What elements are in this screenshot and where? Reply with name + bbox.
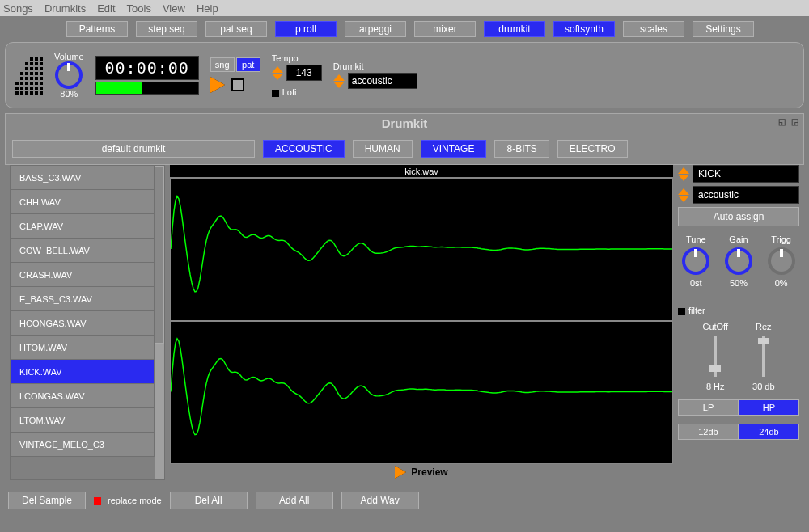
waveform-display[interactable] (170, 178, 673, 464)
knob-value: 0st (690, 278, 702, 288)
menu-view[interactable]: View (163, 2, 185, 15)
knob-label: Trigg (771, 234, 791, 244)
sample-item[interactable]: BASS_C3.WAV (11, 166, 155, 190)
time-block: 00:00:00 (95, 56, 199, 95)
menu-help[interactable]: Help (197, 2, 218, 15)
replace-mode-checkbox[interactable]: replace mode (94, 496, 162, 505)
stop-icon[interactable] (231, 78, 244, 91)
tempo-group: Tempo 143 Lofi (272, 53, 322, 97)
menu-tools[interactable]: Tools (127, 2, 151, 15)
window-icons[interactable]: ◱ ◲ (778, 117, 800, 126)
panel-title-text: Drumkit (382, 116, 428, 130)
slider-label: Rez (756, 322, 772, 331)
knob-label: Gain (729, 234, 748, 244)
tab-scales[interactable]: scales (623, 21, 684, 37)
tab-arpeggi[interactable]: arpeggi (345, 21, 406, 37)
sng-button[interactable]: sng (210, 57, 235, 72)
slider-label: CutOff (702, 322, 728, 331)
menu-drumkits[interactable]: Drumkits (44, 2, 86, 15)
menu-edit[interactable]: Edit (97, 2, 115, 15)
knob-dial[interactable] (768, 247, 795, 275)
sample-item[interactable]: COW_BELL.WAV (11, 239, 155, 263)
add-wav-button[interactable]: Add Wav (341, 492, 419, 509)
tab-pat-seq[interactable]: pat seq (205, 21, 267, 37)
auto-assign-button[interactable]: Auto assign (678, 207, 799, 226)
kit-category-vintage[interactable]: VINTAGE (421, 140, 487, 158)
filter-slope-24db[interactable]: 24db (739, 424, 799, 440)
sample-item[interactable]: CRASH.WAV (11, 263, 155, 287)
filter-mode-hp[interactable]: HP (739, 399, 799, 416)
sample-item[interactable]: LCONGAS.WAV (11, 384, 155, 408)
drumkit-spinner[interactable] (333, 74, 345, 88)
slider-cutoff[interactable]: CutOff8 Hz (702, 322, 728, 391)
knob-trigg[interactable]: Trigg0% (768, 234, 795, 288)
tab-mixer[interactable]: mixer (414, 21, 476, 37)
sample-scrollbar[interactable] (155, 166, 164, 479)
slot-field[interactable]: KICK (693, 165, 799, 183)
filter-mode-lp[interactable]: LP (678, 399, 739, 416)
kit-category-accoustic[interactable]: ACCOUSTIC (263, 140, 345, 158)
preview-label: Preview (411, 467, 447, 478)
filter-slope-12db[interactable]: 12db (678, 424, 739, 440)
sample-item[interactable]: CLAP.WAV (11, 214, 155, 239)
tab-drumkit[interactable]: drumkit (484, 21, 545, 37)
transport-drumkit-label: Drumkit (333, 61, 417, 71)
slot-spinner[interactable] (678, 167, 689, 181)
sample-list[interactable]: BASS_C3.WAVCHH.WAVCLAP.WAVCOW_BELL.WAVCR… (10, 165, 165, 480)
slot-kit-field[interactable]: accoustic (693, 186, 799, 204)
sample-params: KICK accoustic Auto assign Tune0stGain50… (678, 165, 799, 480)
sample-item[interactable]: LTOM.WAV (11, 408, 155, 433)
sample-item[interactable]: E_BASS_C3.WAV (11, 287, 155, 311)
volume-knob[interactable] (55, 61, 83, 89)
pat-button[interactable]: pat (236, 57, 260, 72)
kit-category-row: default drumkit ACCOUSTICHUMANVINTAGE8-B… (6, 133, 803, 164)
filter-checkbox[interactable]: filter (678, 306, 799, 315)
sample-item[interactable]: CHH.WAV (11, 190, 155, 214)
sample-item[interactable]: HTOM.WAV (11, 336, 155, 360)
tempo-field[interactable]: 143 (286, 65, 322, 81)
sample-item[interactable]: HCONGAS.WAV (11, 311, 155, 336)
lofi-label: Lofi (282, 87, 297, 97)
drumkit-field[interactable]: accoustic (348, 73, 417, 89)
tab-settings[interactable]: Settings (693, 21, 754, 37)
tab-p-roll[interactable]: p roll (275, 21, 337, 37)
current-drumkit-field[interactable]: default drumkit (12, 140, 255, 158)
tab-softsynth[interactable]: softsynth (553, 21, 615, 37)
progress-bar[interactable] (95, 82, 199, 95)
knob-gain[interactable]: Gain50% (725, 234, 752, 288)
menubar: SongsDrumkitsEditToolsViewHelp (0, 0, 809, 16)
time-display: 00:00:00 (95, 56, 199, 80)
menu-songs[interactable]: Songs (3, 2, 33, 15)
tab-step-seq[interactable]: step seq (136, 21, 197, 37)
transport-panel: Volume 80% 00:00:00 sng pat Tempo 143 Lo… (5, 42, 804, 108)
preview-button[interactable]: Preview (170, 464, 673, 480)
knob-value: 50% (730, 278, 748, 288)
sng-pat-toggle[interactable]: sng pat (210, 57, 260, 72)
tempo-spinner[interactable] (272, 66, 283, 80)
slider-track[interactable] (762, 336, 765, 377)
tab-patterns[interactable]: Patterns (66, 21, 128, 37)
del-sample-button[interactable]: Del Sample (8, 492, 86, 509)
knob-dial[interactable] (725, 247, 752, 275)
slider-rez[interactable]: Rez30 db (752, 322, 775, 391)
sample-item[interactable]: VINTAGE_MELO_C3 (11, 433, 155, 457)
mode-play-block: sng pat (210, 57, 260, 93)
knob-label: Tune (686, 234, 706, 244)
view-tabs: Patternsstep seqpat seqp rollarpeggimixe… (0, 16, 809, 42)
tempo-label: Tempo (272, 53, 322, 63)
sample-item[interactable]: KICK.WAV (11, 360, 155, 384)
volume-label: Volume (54, 52, 84, 61)
kit-category-8-bits[interactable]: 8-BITS (494, 140, 549, 158)
slot-kit-spinner[interactable] (678, 188, 689, 202)
volume-value: 80% (60, 89, 78, 99)
slider-track[interactable] (714, 336, 717, 377)
knob-dial[interactable] (682, 247, 709, 275)
panel-title: Drumkit ◱ ◲ (6, 114, 803, 133)
kit-category-electro[interactable]: ELECTRO (557, 140, 628, 158)
kit-category-human[interactable]: HUMAN (353, 140, 413, 158)
knob-tune[interactable]: Tune0st (682, 234, 709, 288)
play-icon[interactable] (210, 77, 225, 93)
del-all-button[interactable]: Del All (170, 492, 248, 509)
lofi-checkbox[interactable]: Lofi (272, 87, 322, 97)
add-all-button[interactable]: Add All (256, 492, 333, 509)
